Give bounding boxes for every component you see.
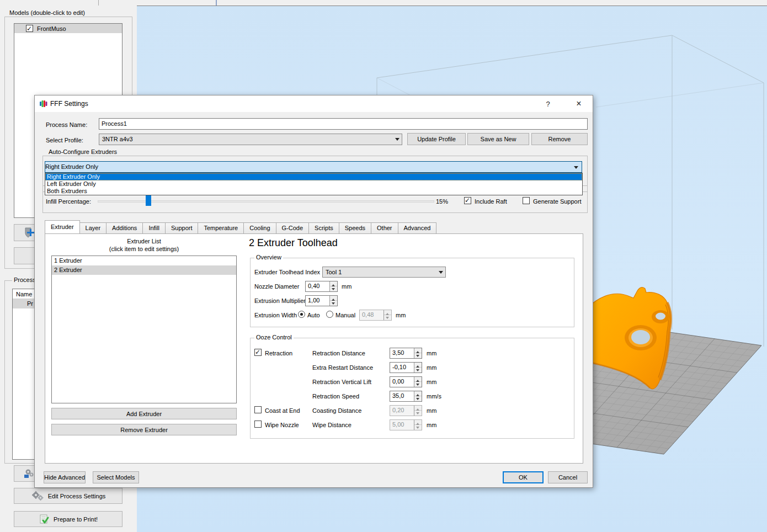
tab-scripts[interactable]: Scripts	[308, 222, 339, 233]
tab-support[interactable]: Support	[165, 222, 199, 233]
cancel-button[interactable]: Cancel	[548, 471, 588, 483]
dialog-title: FFF Settings	[50, 100, 88, 108]
toolbar-tick-blue	[216, 0, 217, 6]
extruder-list-item-2[interactable]: 2 Extruder	[52, 265, 236, 275]
ooze-control-group-label: Ooze Control	[254, 334, 294, 341]
toolhead-index-combo[interactable]: Tool 1	[322, 267, 446, 278]
infill-slider-handle[interactable]	[146, 195, 151, 206]
infill-percentage-label: Infill Percentage:	[46, 198, 91, 205]
profile-combo-value: 3NTR a4v3	[102, 134, 133, 145]
extrusion-width-unit: mm	[396, 312, 406, 318]
chevron-down-icon	[439, 271, 443, 276]
edit-process-settings-label: Edit Process Settings	[48, 493, 106, 499]
extrusion-multiplier-label: Extrusion Multiplier	[254, 297, 306, 304]
model-checkbox[interactable]	[26, 25, 33, 32]
processes-header-name: Name	[16, 291, 32, 297]
models-group-label: Models (double-click to edit)	[8, 9, 87, 16]
extrusion-width-spinner: 0,48	[359, 310, 392, 321]
wipe-distance-spinner: 5,00	[390, 419, 422, 430]
extrusion-width-auto-radio[interactable]	[298, 311, 305, 318]
viewport-top-border	[137, 6, 767, 6]
wipe-distance-label: Wipe Distance	[312, 422, 351, 428]
retraction-vertical-lift-spinner[interactable]: 0,00	[390, 376, 422, 387]
prepare-to-print-button[interactable]: Prepare to Print!	[14, 511, 122, 527]
coasting-distance-unit: mm	[427, 407, 436, 414]
profile-combo[interactable]: 3NTR a4v3	[99, 134, 402, 145]
tab-gcode[interactable]: G-Code	[276, 222, 310, 233]
wipe-distance-unit: mm	[427, 422, 436, 428]
save-as-new-button[interactable]: Save as New	[467, 133, 529, 145]
extruder-list-item-1[interactable]: 1 Extruder	[52, 256, 236, 265]
extrusion-width-label: Extrusion Width	[254, 312, 297, 318]
remove-profile-button[interactable]: Remove	[531, 133, 588, 145]
tab-extruder[interactable]: Extruder	[45, 220, 80, 233]
retraction-distance-unit: mm	[427, 350, 436, 357]
nozzle-diameter-label: Nozzle Diameter	[254, 283, 299, 290]
dialog-titlebar[interactable]: FFF Settings ? ×	[35, 95, 593, 112]
extruder-list-title: Extruder List	[51, 238, 237, 244]
retraction-speed-label: Retraction Speed	[312, 393, 359, 400]
extrusion-multiplier-spinner[interactable]: 1,00	[305, 295, 338, 306]
auto-configure-combo[interactable]: Right Extruder Only	[45, 161, 582, 173]
extra-restart-distance-unit: mm	[427, 364, 436, 371]
retraction-checkbox[interactable]	[254, 349, 262, 356]
prepare-to-print-label: Prepare to Print!	[54, 516, 98, 523]
extruder-list-subtitle: (click item to edit settings)	[51, 246, 237, 252]
tab-infill[interactable]: Infill	[142, 222, 166, 233]
select-models-button[interactable]: Select Models	[93, 471, 139, 483]
ok-button[interactable]: OK	[503, 471, 544, 483]
extrusion-width-auto-label: Auto	[307, 312, 320, 318]
chevron-down-icon	[574, 166, 578, 171]
toolhead-index-value: Tool 1	[326, 267, 342, 278]
app-window: { "titlebar": { "title": "FFF Settings",…	[0, 0, 767, 532]
update-profile-button[interactable]: Update Profile	[407, 133, 466, 145]
dropdown-option-right-extruder[interactable]: Right Extruder Only	[45, 173, 582, 180]
overview-group-label: Overview	[254, 254, 283, 260]
extra-restart-distance-label: Extra Restart Distance	[312, 364, 373, 371]
model-list-item[interactable]: FrontMuso	[14, 24, 122, 33]
nozzle-diameter-unit: mm	[342, 283, 351, 290]
tab-speeds[interactable]: Speeds	[339, 222, 371, 233]
retraction-vertical-lift-unit: mm	[427, 379, 436, 385]
extruder-listbox[interactable]: 1 Extruder 2 Extruder	[51, 256, 237, 403]
tab-additions[interactable]: Additions	[106, 222, 143, 233]
model-item-label: FrontMuso	[37, 24, 66, 34]
help-icon[interactable]: ?	[539, 95, 557, 112]
tab-cooling[interactable]: Cooling	[243, 222, 276, 233]
fff-settings-dialog: FFF Settings ? × Process Name: Process1 …	[34, 95, 593, 488]
nozzle-diameter-spinner[interactable]: 0,40	[305, 281, 338, 292]
hide-advanced-button[interactable]: Hide Advanced	[44, 471, 86, 483]
retraction-speed-spinner[interactable]: 35,0	[390, 391, 422, 402]
toolhead-index-label: Extruder Toolhead Index	[254, 269, 320, 275]
extrusion-width-manual-radio[interactable]	[326, 311, 333, 318]
tab-temperature[interactable]: Temperature	[198, 222, 244, 233]
add-extruder-button[interactable]: Add Extruder	[51, 408, 237, 419]
gears-icon	[23, 468, 35, 479]
retraction-distance-spinner[interactable]: 3,50	[390, 348, 422, 359]
retraction-distance-label: Retraction Distance	[312, 350, 365, 357]
extra-restart-distance-spinner[interactable]: -0,10	[390, 362, 422, 373]
generate-support-checkbox[interactable]	[523, 197, 530, 204]
settings-tab-bar: Extruder Layer Additions Infill Support …	[45, 221, 436, 233]
process-name-input[interactable]: Process1	[99, 118, 588, 130]
process-name-label: Process Name:	[46, 121, 87, 128]
dropdown-option-left-extruder[interactable]: Left Extruder Only	[45, 180, 582, 188]
tab-other[interactable]: Other	[371, 222, 398, 233]
coasting-distance-label: Coasting Distance	[312, 407, 361, 414]
tab-layer[interactable]: Layer	[79, 222, 107, 233]
auto-configure-combo-value: Right Extruder Only	[45, 163, 98, 170]
auto-configure-group-label: Auto-Configure Extruders	[47, 148, 119, 155]
tab-advanced[interactable]: Advanced	[398, 222, 437, 233]
coast-at-end-checkbox[interactable]	[254, 406, 262, 413]
retraction-speed-unit: mm/s	[427, 393, 441, 400]
remove-extruder-button[interactable]: Remove Extruder	[51, 424, 237, 435]
wipe-nozzle-checkbox[interactable]	[254, 421, 262, 428]
infill-percentage-value: 15%	[436, 198, 448, 205]
dropdown-option-both-extruders[interactable]: Both Extruders	[45, 188, 582, 195]
include-raft-checkbox[interactable]	[464, 197, 471, 204]
retraction-vertical-lift-label: Retraction Vertical Lift	[312, 379, 371, 385]
include-raft-label: Include Raft	[475, 198, 507, 205]
edit-process-settings-button[interactable]: Edit Process Settings	[14, 488, 122, 504]
prepare-print-icon	[39, 514, 50, 525]
close-icon[interactable]: ×	[569, 95, 588, 112]
